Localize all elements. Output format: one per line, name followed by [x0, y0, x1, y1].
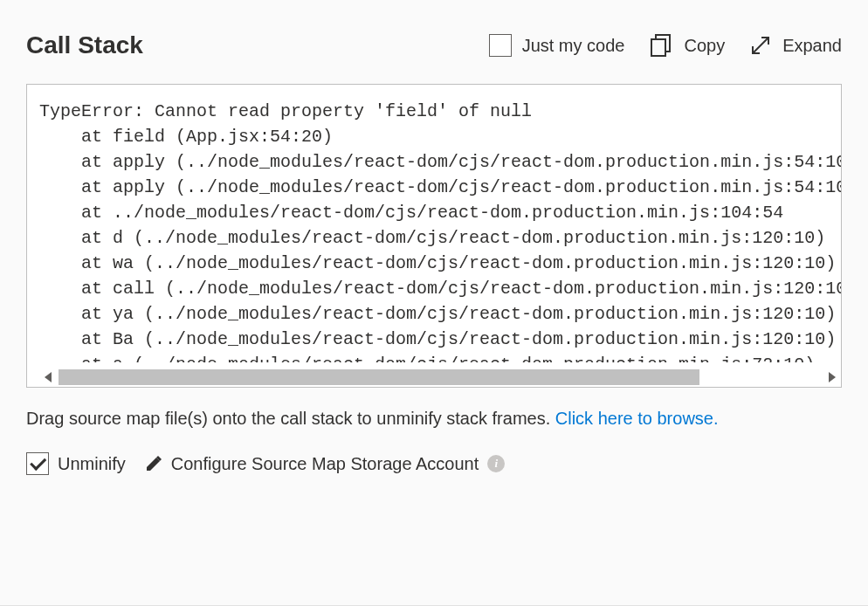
- checkbox-icon: [489, 34, 512, 57]
- scroll-thumb[interactable]: [59, 369, 699, 385]
- just-my-code-label: Just my code: [522, 36, 625, 56]
- unminify-label: Unminify: [58, 454, 126, 474]
- copy-icon: [649, 32, 673, 59]
- scroll-left-icon: [45, 372, 52, 382]
- configure-source-map-button[interactable]: Configure Source Map Storage Account i: [145, 454, 505, 474]
- info-icon[interactable]: i: [487, 455, 505, 472]
- expand-label: Expand: [782, 36, 842, 56]
- page-title: Call Stack: [26, 31, 143, 59]
- source-map-hint: Drag source map file(s) onto the call st…: [26, 405, 842, 431]
- toolbar: Just my code Copy Expand: [489, 32, 842, 59]
- just-my-code-toggle[interactable]: Just my code: [489, 34, 625, 57]
- browse-link[interactable]: Click here to browse.: [555, 409, 719, 428]
- checkbox-checked-icon: [26, 452, 49, 475]
- hint-text: Drag source map file(s) onto the call st…: [26, 409, 555, 428]
- unminify-toggle[interactable]: Unminify: [26, 452, 126, 475]
- header: Call Stack Just my code Copy: [26, 31, 842, 59]
- svg-rect-0: [651, 39, 665, 56]
- call-stack-panel: TypeError: Cannot read property 'field' …: [26, 84, 842, 388]
- expand-icon: [749, 34, 772, 57]
- configure-label: Configure Source Map Storage Account: [171, 454, 479, 474]
- copy-button[interactable]: Copy: [649, 32, 725, 59]
- scroll-right-icon: [829, 372, 836, 382]
- pencil-icon: [145, 455, 162, 472]
- scroll-track: [59, 369, 822, 385]
- horizontal-scrollbar[interactable]: [39, 368, 841, 387]
- expand-button[interactable]: Expand: [749, 34, 842, 57]
- footer-row: Unminify Configure Source Map Storage Ac…: [26, 452, 842, 475]
- stack-trace-text[interactable]: TypeError: Cannot read property 'field' …: [39, 99, 841, 362]
- copy-label: Copy: [684, 36, 725, 56]
